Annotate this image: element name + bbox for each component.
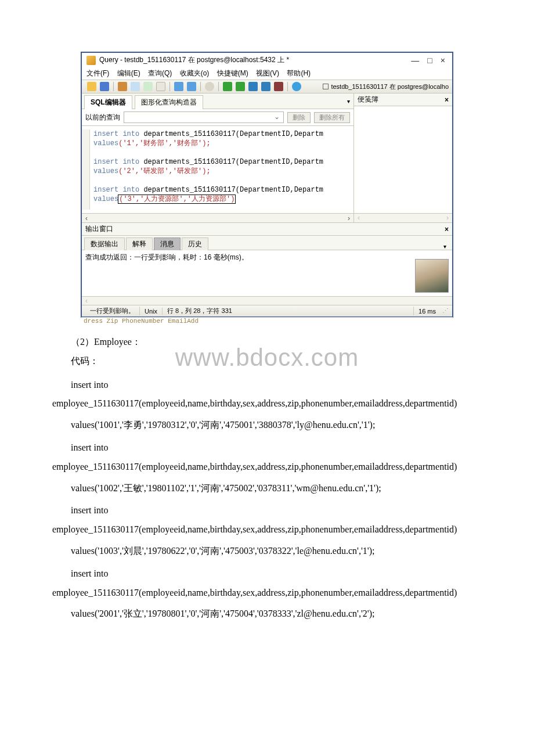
tab-graphical-builder[interactable]: 图形化查询构造器 <box>135 95 203 109</box>
menu-help[interactable]: 帮助(H) <box>287 69 311 77</box>
editor-gutter <box>82 129 90 210</box>
avatar-image <box>415 259 449 293</box>
sql-insert-3-cols: employee_1511630117(employeeid,name,birt… <box>52 523 482 537</box>
statusbar: 一行受到影响。 Unix 行 8，列 28，字符 331 16 ms ⋰ <box>82 305 452 316</box>
tab-explain[interactable]: 解释 <box>126 237 153 250</box>
save-icon[interactable] <box>100 82 109 91</box>
help-icon[interactable] <box>292 82 301 91</box>
sql-insert-2-values: values('1002','王敏','19801102','1','河南','… <box>52 481 482 496</box>
section-employee-title: （2）Employee： <box>52 335 482 350</box>
copy-icon[interactable] <box>131 82 140 91</box>
background-leak-text: dress Zip PhoneNumber EmailAdd <box>81 317 453 325</box>
scratchpad-body[interactable] <box>354 106 452 213</box>
execute-pgscript-icon[interactable] <box>236 82 245 91</box>
sql-insert-4-head: insert into <box>52 567 482 581</box>
editor-hscroll[interactable]: ‹ › <box>82 213 353 222</box>
scratchpad-close-icon[interactable]: × <box>445 96 449 104</box>
output-hscroll[interactable]: ‹ <box>82 297 452 305</box>
scratchpad-pane: 便笺簿 × ‹› <box>353 93 452 222</box>
menubar: 文件(F) 编辑(E) 查询(Q) 收藏夹(o) 快捷键(M) 视图(V) 帮助… <box>82 67 452 80</box>
sql-insert-3-values: values('1003','刘晨','19780622','0','河南','… <box>52 544 482 559</box>
status-mode: Unix <box>140 308 163 315</box>
toolbar: testdb_1511630117 在 postgres@localho <box>82 80 452 93</box>
tab-history[interactable]: 历史 <box>182 237 208 250</box>
menu-favorites[interactable]: 收藏夹(o) <box>180 69 210 77</box>
output-message: 查询成功返回：一行受到影响，耗时：16 毫秒(ms)。 <box>85 253 248 261</box>
sql-insert-2-cols: employee_1511630117(employeeid,name,birt… <box>52 460 482 474</box>
sql-insert-3-head: insert into <box>52 503 482 518</box>
sql-insert-1-head: insert into <box>52 378 482 393</box>
query-window: Query - testdb_1511630117 在 postgres@loc… <box>81 52 453 317</box>
scratchpad-hscroll[interactable]: ‹› <box>354 213 452 222</box>
status-affected: 一行受到影响。 <box>85 307 140 315</box>
explain-analyze-icon[interactable] <box>261 82 270 91</box>
app-icon <box>86 56 96 65</box>
editor-tabs: SQL编辑器 图形化查询构造器 ▾ <box>82 93 353 109</box>
menu-edit[interactable]: 编辑(E) <box>117 69 140 77</box>
cancel-icon[interactable] <box>274 82 283 91</box>
paste-icon[interactable] <box>143 82 153 91</box>
menu-view[interactable]: 视图(V) <box>256 69 279 77</box>
menu-macros[interactable]: 快捷键(M) <box>217 69 248 77</box>
sql-insert-4-values: values('2001','张立','19780801','0','河南','… <box>52 607 482 621</box>
output-tabs: 数据输出 解释 消息 历史 ▾ <box>82 236 452 250</box>
db-selector[interactable]: testdb_1511630117 在 postgres@localho <box>323 82 449 91</box>
open-icon[interactable] <box>87 82 96 91</box>
titlebar: Query - testdb_1511630117 在 postgres@loc… <box>82 53 452 67</box>
resize-grip-icon[interactable]: ⋰ <box>441 307 449 315</box>
previous-queries-row: 以前的查询 删除 删除所有 <box>82 109 353 126</box>
output-tabs-dropdown-icon[interactable]: ▾ <box>440 243 450 250</box>
close-button[interactable]: × <box>441 56 445 64</box>
execute-icon[interactable] <box>223 82 232 91</box>
clear-icon[interactable] <box>156 82 165 91</box>
redo-icon[interactable] <box>187 82 196 91</box>
output-header: 输出窗口 × <box>82 222 452 236</box>
db-checkbox-icon <box>323 84 329 89</box>
previous-queries-label: 以前的查询 <box>85 113 120 123</box>
scroll-left-icon[interactable]: ‹ <box>82 214 91 222</box>
sql-insert-1-cols: employee_1511630117(employeeid,name,birt… <box>52 397 482 411</box>
delete-button[interactable]: 删除 <box>287 112 311 123</box>
tabs-dropdown-icon[interactable]: ▾ <box>344 98 353 105</box>
menu-file[interactable]: 文件(F) <box>86 69 109 77</box>
status-time: 16 ms <box>414 308 441 315</box>
code-label: 代码： <box>52 354 482 369</box>
editor-content: insert into departments_1511630117(Depar… <box>90 129 323 210</box>
status-position: 行 8，列 28，字符 331 <box>163 307 414 315</box>
db-path-label: testdb_1511630117 在 postgres@localho <box>331 82 449 91</box>
output-title: 输出窗口 <box>85 224 445 234</box>
menu-query[interactable]: 查询(Q) <box>148 69 172 77</box>
scroll-right-icon[interactable]: › <box>344 214 353 222</box>
output-body: 查询成功返回：一行受到影响，耗时：16 毫秒(ms)。 <box>82 250 452 297</box>
find-icon[interactable] <box>205 82 214 91</box>
window-title: Query - testdb_1511630117 在 postgres@loc… <box>99 55 411 65</box>
minimize-button[interactable]: — <box>411 56 419 64</box>
scratchpad-title: 便笺簿 <box>358 95 445 105</box>
document-body: www.bdocx.com （2）Employee： 代码： insert in… <box>0 325 534 649</box>
sql-insert-4-cols: employee_1511630117(employeeid,name,birt… <box>52 586 482 600</box>
explain-icon[interactable] <box>248 82 258 91</box>
sql-editor[interactable]: insert into departments_1511630117(Depar… <box>82 126 353 213</box>
cut-icon[interactable] <box>118 82 127 91</box>
sql-insert-2-head: insert into <box>52 441 482 455</box>
delete-all-button[interactable]: 删除所有 <box>314 112 350 123</box>
undo-icon[interactable] <box>174 82 183 91</box>
previous-queries-combo[interactable] <box>124 111 284 123</box>
tab-data-output[interactable]: 数据输出 <box>84 237 125 250</box>
tab-messages[interactable]: 消息 <box>154 237 181 250</box>
tab-sql-editor[interactable]: SQL编辑器 <box>84 95 132 109</box>
maximize-button[interactable]: □ <box>427 56 432 64</box>
output-close-icon[interactable]: × <box>445 225 449 233</box>
sql-insert-1-values: values('1001','李勇','19780312','0','河南','… <box>52 418 482 433</box>
